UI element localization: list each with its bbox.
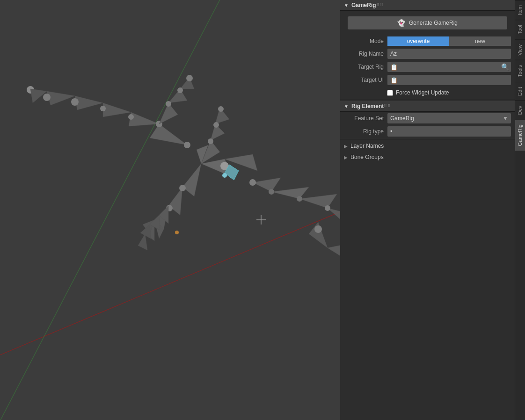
tab-tools[interactable]: Tools [515,60,525,82]
gamerig-section-header[interactable]: ▼ GameRig ⠿⠿ [340,0,515,11]
svg-point-45 [218,106,224,112]
target-rig-control: 📋 🔍 [387,62,511,72]
tab-dev[interactable]: Dev [515,101,525,120]
svg-point-17 [314,225,322,233]
generate-button-label: Generate GameRig [409,20,458,26]
rig-name-input[interactable] [387,49,511,59]
feature-set-row: Feature Set GameRig ▼ [340,112,515,125]
mode-label: Mode [344,38,384,44]
force-widget-update-checkbox[interactable] [387,90,393,96]
svg-point-37 [166,101,171,107]
layer-names-row[interactable]: ▶ Layer Names [340,140,515,152]
svg-point-9 [269,189,274,195]
rig-element-section-header[interactable]: ▼ Rig Element ⠿⠿ [340,101,515,112]
force-widget-update-label: Force Widget Update [396,89,449,96]
rig-type-row: Rig type [340,125,515,138]
svg-point-26 [184,142,190,148]
generate-gamerig-button[interactable]: 👻 Generate GameRig [348,16,507,29]
force-widget-update-row: Force Widget Update [340,87,515,99]
dropdown-arrow-icon: ▼ [503,115,508,122]
mode-buttons: overwrite new [387,36,511,46]
section-drag-handle[interactable]: ⠿⠿ [376,3,384,7]
target-ui-label: Target UI [344,77,384,83]
rig-name-control [387,49,511,59]
rig-type-input[interactable] [387,126,511,137]
rig-type-label: Rig type [344,128,384,135]
side-tabs: Item Tool View Tools Edit Dev GameRig [515,0,525,420]
new-mode-button[interactable]: new [449,36,511,46]
right-panel: ▼ GameRig ⠿⠿ 👻 Generate GameRig Mode ove… [340,0,525,420]
bone-groups-row[interactable]: ▶ Bone Groups [340,152,515,163]
viewport [0,0,340,420]
ghost-icon: 👻 [397,19,405,27]
target-ui-icon: 📋 [387,77,401,84]
feature-set-value: GameRig [390,115,414,122]
svg-point-38 [177,87,183,93]
target-ui-input[interactable] [401,75,511,85]
mode-row: Mode overwrite new [340,35,515,47]
target-rig-row: Target Rig 📋 🔍 [340,60,515,73]
divider-2 [340,139,515,139]
svg-point-30 [71,98,79,106]
feature-set-dropdown[interactable]: GameRig ▼ [387,113,511,123]
rig-element-title: Rig Element [351,103,384,109]
rig-element-collapse-triangle: ▼ [344,104,349,109]
divider-1 [340,100,515,100]
target-rig-input[interactable] [401,62,499,72]
layer-names-tri: ▶ [344,144,348,149]
tab-edit[interactable]: Edit [515,82,525,101]
rig-name-row: Rig Name [340,47,515,60]
target-ui-control: 📋 [387,75,511,85]
rig-element-drag-handle[interactable]: ⠿⠿ [384,104,391,109]
tab-item[interactable]: Item [515,0,525,20]
tab-tool[interactable]: Tool [515,20,525,39]
panel-content: ▼ GameRig ⠿⠿ 👻 Generate GameRig Mode ove… [340,0,515,420]
svg-point-8 [249,179,256,186]
svg-point-29 [100,106,106,111]
svg-point-10 [297,196,302,202]
svg-point-49 [179,185,186,191]
bone-groups-tri: ▶ [344,155,348,160]
tab-gamerig[interactable]: GameRig [515,119,525,151]
svg-point-60 [222,173,227,178]
bone-groups-label: Bone Groups [350,154,384,160]
section-collapse-triangle: ▼ [344,3,349,8]
rig-name-label: Rig Name [344,51,384,57]
feature-set-label: Feature Set [344,115,384,122]
svg-point-31 [43,94,51,101]
svg-point-11 [325,205,330,211]
rig-type-control [387,126,511,137]
target-rig-label: Target Rig [344,64,384,70]
target-ui-row: Target UI 📋 [340,73,515,87]
layer-names-label: Layer Names [350,143,384,149]
section-title: GameRig [351,2,376,8]
overwrite-mode-button[interactable]: overwrite [387,36,449,46]
target-rig-eyedropper[interactable]: 🔍 [499,63,511,71]
target-rig-icon: 📋 [387,64,401,71]
svg-point-61 [175,231,179,234]
svg-point-44 [213,122,219,128]
svg-point-43 [208,138,213,144]
tab-view[interactable]: View [515,39,525,60]
svg-point-39 [186,75,193,81]
svg-point-28 [128,114,134,120]
